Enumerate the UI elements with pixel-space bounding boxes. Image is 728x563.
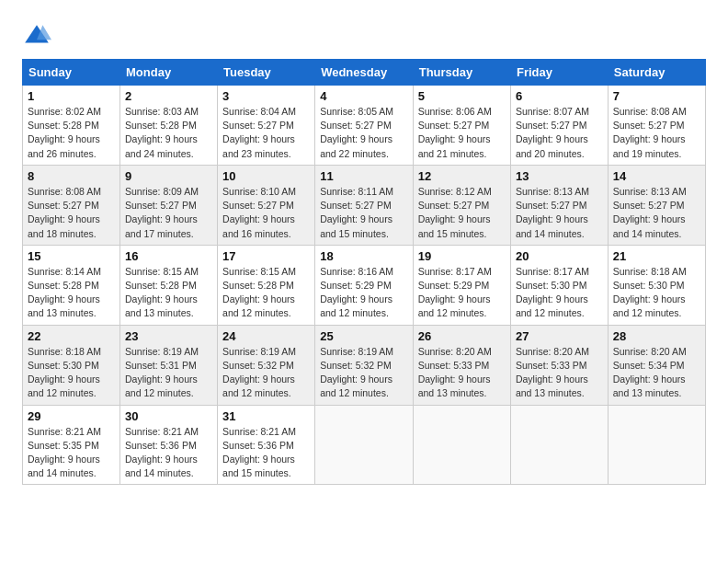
day-number: 13 (516, 169, 603, 183)
calendar-day-cell: 13 Sunrise: 8:13 AMSunset: 5:27 PMDaylig… (510, 165, 608, 245)
day-info: Sunrise: 8:20 AMSunset: 5:33 PMDaylight:… (516, 346, 589, 399)
weekday-header-cell: Thursday (413, 60, 510, 86)
day-number: 28 (613, 329, 700, 343)
calendar-day-cell (315, 405, 414, 485)
day-number: 11 (320, 169, 408, 183)
weekday-header-cell: Monday (120, 60, 218, 86)
day-info: Sunrise: 8:05 AMSunset: 5:27 PMDaylight:… (320, 106, 393, 159)
day-number: 20 (516, 249, 603, 263)
calendar-day-cell: 28 Sunrise: 8:20 AMSunset: 5:34 PMDaylig… (608, 325, 705, 405)
weekday-header-cell: Friday (510, 60, 608, 86)
calendar-day-cell: 29 Sunrise: 8:21 AMSunset: 5:35 PMDaylig… (23, 405, 120, 485)
day-number: 22 (28, 329, 115, 343)
page-header (22, 18, 706, 52)
calendar-day-cell: 18 Sunrise: 8:16 AMSunset: 5:29 PMDaylig… (315, 245, 414, 325)
calendar-week-row: 8 Sunrise: 8:08 AMSunset: 5:27 PMDayligh… (23, 165, 706, 245)
weekday-header-cell: Sunday (23, 60, 120, 86)
day-info: Sunrise: 8:15 AMSunset: 5:28 PMDaylight:… (125, 266, 199, 319)
calendar-day-cell: 10 Sunrise: 8:10 AMSunset: 5:27 PMDaylig… (218, 165, 315, 245)
day-info: Sunrise: 8:21 AMSunset: 5:36 PMDaylight:… (222, 426, 296, 479)
day-info: Sunrise: 8:18 AMSunset: 5:30 PMDaylight:… (28, 346, 101, 399)
calendar-body: 1 Sunrise: 8:02 AMSunset: 5:28 PMDayligh… (23, 86, 706, 485)
day-number: 10 (222, 169, 310, 183)
day-info: Sunrise: 8:12 AMSunset: 5:27 PMDaylight:… (418, 186, 492, 239)
day-number: 6 (516, 89, 603, 103)
calendar-day-cell: 9 Sunrise: 8:09 AMSunset: 5:27 PMDayligh… (120, 165, 218, 245)
day-number: 3 (222, 89, 310, 103)
day-number: 1 (28, 89, 115, 103)
day-number: 14 (613, 169, 700, 183)
calendar-week-row: 15 Sunrise: 8:14 AMSunset: 5:28 PMDaylig… (23, 245, 706, 325)
calendar-day-cell: 12 Sunrise: 8:12 AMSunset: 5:27 PMDaylig… (413, 165, 510, 245)
calendar-day-cell (608, 405, 705, 485)
calendar-week-row: 1 Sunrise: 8:02 AMSunset: 5:28 PMDayligh… (23, 86, 706, 166)
day-info: Sunrise: 8:13 AMSunset: 5:27 PMDaylight:… (613, 186, 687, 239)
calendar-day-cell: 27 Sunrise: 8:20 AMSunset: 5:33 PMDaylig… (510, 325, 608, 405)
calendar-day-cell (510, 405, 608, 485)
day-info: Sunrise: 8:20 AMSunset: 5:33 PMDaylight:… (418, 346, 492, 399)
day-info: Sunrise: 8:13 AMSunset: 5:27 PMDaylight:… (516, 186, 589, 239)
day-info: Sunrise: 8:16 AMSunset: 5:29 PMDaylight:… (320, 266, 393, 319)
day-number: 15 (28, 249, 115, 263)
calendar-week-row: 29 Sunrise: 8:21 AMSunset: 5:35 PMDaylig… (23, 405, 706, 485)
day-info: Sunrise: 8:21 AMSunset: 5:35 PMDaylight:… (28, 426, 101, 479)
day-number: 9 (125, 169, 212, 183)
calendar-day-cell: 19 Sunrise: 8:17 AMSunset: 5:29 PMDaylig… (413, 245, 510, 325)
day-info: Sunrise: 8:03 AMSunset: 5:28 PMDaylight:… (125, 106, 199, 159)
calendar-day-cell: 4 Sunrise: 8:05 AMSunset: 5:27 PMDayligh… (315, 86, 414, 166)
calendar-day-cell: 22 Sunrise: 8:18 AMSunset: 5:30 PMDaylig… (23, 325, 120, 405)
day-number: 8 (28, 169, 115, 183)
day-number: 27 (516, 329, 603, 343)
day-number: 18 (320, 249, 408, 263)
day-info: Sunrise: 8:07 AMSunset: 5:27 PMDaylight:… (516, 106, 589, 159)
calendar-day-cell (413, 405, 510, 485)
calendar-day-cell: 7 Sunrise: 8:08 AMSunset: 5:27 PMDayligh… (608, 86, 705, 166)
day-info: Sunrise: 8:20 AMSunset: 5:34 PMDaylight:… (613, 346, 687, 399)
calendar-day-cell: 30 Sunrise: 8:21 AMSunset: 5:36 PMDaylig… (120, 405, 218, 485)
day-number: 2 (125, 89, 212, 103)
day-info: Sunrise: 8:17 AMSunset: 5:30 PMDaylight:… (516, 266, 589, 319)
calendar-table: SundayMondayTuesdayWednesdayThursdayFrid… (22, 59, 706, 485)
weekday-header-cell: Saturday (608, 60, 705, 86)
day-info: Sunrise: 8:06 AMSunset: 5:27 PMDaylight:… (418, 106, 492, 159)
calendar-day-cell: 8 Sunrise: 8:08 AMSunset: 5:27 PMDayligh… (23, 165, 120, 245)
calendar-day-cell: 26 Sunrise: 8:20 AMSunset: 5:33 PMDaylig… (413, 325, 510, 405)
calendar-day-cell: 21 Sunrise: 8:18 AMSunset: 5:30 PMDaylig… (608, 245, 705, 325)
weekday-header-cell: Wednesday (315, 60, 414, 86)
calendar-day-cell: 14 Sunrise: 8:13 AMSunset: 5:27 PMDaylig… (608, 165, 705, 245)
day-info: Sunrise: 8:08 AMSunset: 5:27 PMDaylight:… (613, 106, 687, 159)
calendar-day-cell: 25 Sunrise: 8:19 AMSunset: 5:32 PMDaylig… (315, 325, 414, 405)
calendar-day-cell: 31 Sunrise: 8:21 AMSunset: 5:36 PMDaylig… (218, 405, 315, 485)
day-number: 17 (222, 249, 310, 263)
day-number: 25 (320, 329, 408, 343)
day-number: 29 (28, 409, 115, 423)
logo-icon (22, 22, 51, 52)
day-info: Sunrise: 8:04 AMSunset: 5:27 PMDaylight:… (222, 106, 296, 159)
day-info: Sunrise: 8:14 AMSunset: 5:28 PMDaylight:… (28, 266, 101, 319)
day-info: Sunrise: 8:11 AMSunset: 5:27 PMDaylight:… (320, 186, 393, 239)
weekday-header-row: SundayMondayTuesdayWednesdayThursdayFrid… (23, 60, 706, 86)
day-number: 30 (125, 409, 212, 423)
calendar-week-row: 22 Sunrise: 8:18 AMSunset: 5:30 PMDaylig… (23, 325, 706, 405)
day-number: 12 (418, 169, 506, 183)
day-number: 5 (418, 89, 506, 103)
calendar-day-cell: 20 Sunrise: 8:17 AMSunset: 5:30 PMDaylig… (510, 245, 608, 325)
calendar-day-cell: 15 Sunrise: 8:14 AMSunset: 5:28 PMDaylig… (23, 245, 120, 325)
day-info: Sunrise: 8:19 AMSunset: 5:32 PMDaylight:… (222, 346, 296, 399)
calendar-day-cell: 24 Sunrise: 8:19 AMSunset: 5:32 PMDaylig… (218, 325, 315, 405)
day-info: Sunrise: 8:15 AMSunset: 5:28 PMDaylight:… (222, 266, 296, 319)
day-info: Sunrise: 8:10 AMSunset: 5:27 PMDaylight:… (222, 186, 296, 239)
day-info: Sunrise: 8:17 AMSunset: 5:29 PMDaylight:… (418, 266, 492, 319)
calendar-day-cell: 5 Sunrise: 8:06 AMSunset: 5:27 PMDayligh… (413, 86, 510, 166)
calendar-day-cell: 11 Sunrise: 8:11 AMSunset: 5:27 PMDaylig… (315, 165, 414, 245)
day-number: 31 (222, 409, 310, 423)
calendar-day-cell: 23 Sunrise: 8:19 AMSunset: 5:31 PMDaylig… (120, 325, 218, 405)
logo (22, 22, 55, 52)
calendar-day-cell: 16 Sunrise: 8:15 AMSunset: 5:28 PMDaylig… (120, 245, 218, 325)
weekday-header-cell: Tuesday (218, 60, 315, 86)
day-number: 23 (125, 329, 212, 343)
calendar-day-cell: 3 Sunrise: 8:04 AMSunset: 5:27 PMDayligh… (218, 86, 315, 166)
day-info: Sunrise: 8:18 AMSunset: 5:30 PMDaylight:… (613, 266, 687, 319)
calendar-day-cell: 1 Sunrise: 8:02 AMSunset: 5:28 PMDayligh… (23, 86, 120, 166)
calendar-day-cell: 6 Sunrise: 8:07 AMSunset: 5:27 PMDayligh… (510, 86, 608, 166)
